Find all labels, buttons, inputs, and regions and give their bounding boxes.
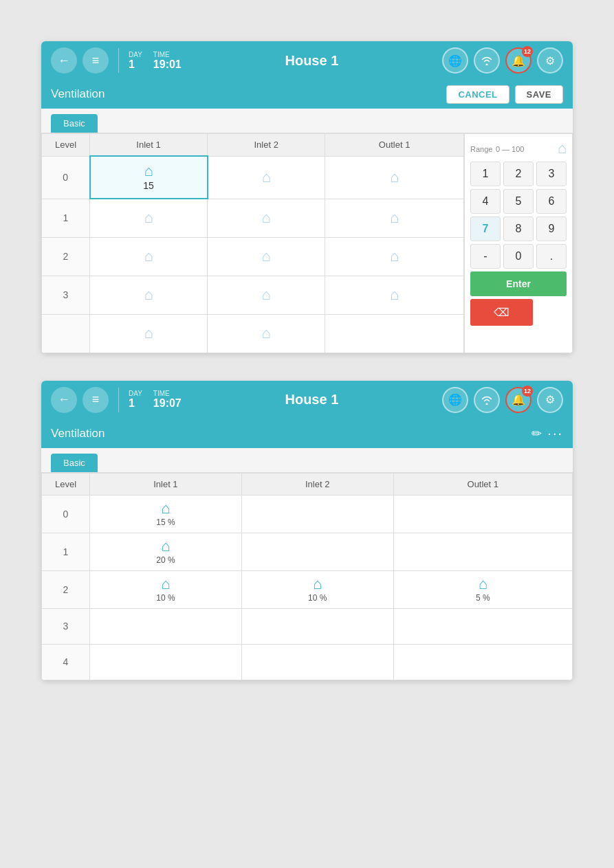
- outlet1-row2-cell[interactable]: ⌂: [325, 237, 464, 276]
- house-icon: ⌂: [97, 577, 234, 592]
- bell-button[interactable]: 🔔 12: [505, 47, 531, 74]
- house-icon: ⌂: [332, 249, 457, 264]
- wifi-button-2[interactable]: [474, 387, 500, 413]
- house-icon: ⌂: [98, 164, 200, 179]
- day-value: 1: [129, 58, 142, 71]
- p2-outlet1-row3[interactable]: [393, 608, 572, 644]
- panel2-sub-header: Ventilation ✏ ···: [41, 419, 573, 448]
- globe-button-2[interactable]: 🌐: [442, 387, 468, 413]
- table-row: 0 ⌂ 15 ⌂ ⌂: [42, 156, 464, 199]
- p2-inlet2-row3[interactable]: [241, 608, 393, 644]
- p2-inlet2-row4[interactable]: [241, 644, 393, 680]
- header-icons: 🌐 🔔 12 ⚙: [442, 47, 563, 74]
- table-row: 1 ⌂ 20 %: [42, 533, 573, 570]
- p2-outlet1-row1[interactable]: [393, 533, 572, 570]
- num-4[interactable]: 4: [470, 189, 501, 214]
- back-button-2[interactable]: ←: [51, 387, 77, 413]
- house-icon: ⌂: [249, 577, 386, 592]
- col-inlet2: Inlet 2: [208, 134, 325, 157]
- num-dash[interactable]: -: [470, 244, 501, 269]
- enter-button[interactable]: Enter: [470, 271, 567, 296]
- p2-inlet1-row1-pct: 20 %: [97, 555, 234, 565]
- num-0[interactable]: 0: [503, 244, 534, 269]
- p2-inlet1-row1[interactable]: ⌂ 20 %: [90, 533, 242, 570]
- outlet1-row4-cell[interactable]: [325, 314, 464, 353]
- header-divider: [118, 48, 119, 73]
- house-icon: ⌂: [97, 210, 200, 225]
- panel2-header: ← ≡ DAY 1 TIME 19:07 House 1 🌐 🔔 12: [41, 381, 573, 419]
- p2-inlet1-row0-pct: 15 %: [97, 518, 234, 527]
- bell-button-2[interactable]: 🔔 12: [505, 387, 531, 413]
- day-label-2: DAY: [129, 390, 142, 397]
- p2-inlet1-row2[interactable]: ⌂ 10 %: [90, 570, 242, 608]
- p2-level-1: 1: [42, 533, 90, 570]
- num-dot[interactable]: .: [536, 244, 567, 269]
- save-button[interactable]: SAVE: [515, 85, 563, 104]
- back-button[interactable]: ←: [51, 47, 77, 74]
- settings-button-2[interactable]: ⚙: [537, 387, 563, 413]
- p2-inlet1-row0[interactable]: ⌂ 15 %: [90, 495, 242, 533]
- panel2-table-wrapper: Level Inlet 1 Inlet 2 Outlet 1 0 ⌂ 15 %: [41, 473, 573, 680]
- more-button[interactable]: ···: [547, 425, 563, 441]
- num-5[interactable]: 5: [503, 189, 534, 214]
- p2-outlet1-row4[interactable]: [393, 644, 572, 680]
- outlet1-row0-cell[interactable]: ⌂: [325, 156, 464, 199]
- header-divider-2: [118, 388, 119, 412]
- inlet1-row3-cell[interactable]: ⌂: [90, 276, 208, 314]
- range-label: Range: [470, 145, 492, 153]
- panel-2: ← ≡ DAY 1 TIME 19:07 House 1 🌐 🔔 12: [41, 381, 573, 680]
- num-2[interactable]: 2: [503, 162, 534, 186]
- p2-outlet1-row2[interactable]: ⌂ 5 %: [393, 570, 572, 608]
- delete-button[interactable]: ⌫: [470, 299, 533, 326]
- inlet2-row0-cell[interactable]: ⌂: [208, 156, 325, 199]
- numpad-house-icon: ⌂: [558, 140, 567, 157]
- day-display: DAY 1: [129, 51, 142, 71]
- num-3[interactable]: 3: [536, 162, 567, 186]
- menu-button[interactable]: ≡: [83, 47, 109, 74]
- table-row: 4: [42, 644, 573, 680]
- inlet1-row2-cell[interactable]: ⌂: [90, 237, 208, 276]
- col-inlet1: Inlet 1: [90, 134, 208, 157]
- level-0: 0: [42, 156, 90, 199]
- p2-inlet1-row2-pct: 10 %: [97, 593, 234, 603]
- tab-basic-2[interactable]: Basic: [51, 454, 98, 472]
- p2-inlet2-row0[interactable]: [241, 495, 393, 533]
- panel2-title: House 1: [187, 392, 437, 408]
- level-2: 2: [42, 237, 90, 276]
- tab-basic[interactable]: Basic: [51, 114, 98, 133]
- num-7[interactable]: 7: [470, 216, 501, 241]
- panel2-tab-bar: Basic: [41, 448, 573, 473]
- p2-inlet1-row3[interactable]: [90, 608, 242, 644]
- num-8[interactable]: 8: [503, 216, 534, 241]
- num-1[interactable]: 1: [470, 162, 501, 186]
- edit-button[interactable]: ✏: [531, 426, 542, 441]
- house-icon: ⌂: [215, 170, 318, 185]
- notification-badge: 12: [522, 46, 533, 57]
- inlet1-row1-cell[interactable]: ⌂: [90, 199, 208, 237]
- p2-inlet1-row4[interactable]: [90, 644, 242, 680]
- inlet2-row2-cell[interactable]: ⌂: [208, 237, 325, 276]
- inlet2-row4-cell[interactable]: ⌂: [208, 314, 325, 353]
- time-display: TIME 19:01: [153, 51, 182, 71]
- num-9[interactable]: 9: [536, 216, 567, 241]
- inlet2-row1-cell[interactable]: ⌂: [208, 199, 325, 237]
- wifi-button[interactable]: [474, 47, 500, 74]
- p2-inlet2-row2[interactable]: ⌂ 10 %: [241, 570, 393, 608]
- outlet1-row1-cell[interactable]: ⌂: [325, 199, 464, 237]
- inlet1-row4-cell[interactable]: ⌂: [90, 314, 208, 353]
- panel2-actions: ✏ ···: [531, 425, 563, 441]
- menu-button-2[interactable]: ≡: [83, 387, 109, 413]
- p2-outlet1-row0[interactable]: [393, 495, 572, 533]
- house-icon: ⌂: [332, 170, 457, 185]
- inlet2-row3-cell[interactable]: ⌂: [208, 276, 325, 314]
- house-icon: ⌂: [215, 287, 318, 302]
- settings-button[interactable]: ⚙: [537, 47, 563, 74]
- col2-inlet2: Inlet 2: [241, 473, 393, 495]
- inlet1-row0-cell[interactable]: ⌂ 15: [90, 156, 208, 199]
- p2-inlet2-row1[interactable]: [241, 533, 393, 570]
- globe-button[interactable]: 🌐: [442, 47, 468, 74]
- p2-level-2: 2: [42, 570, 90, 608]
- cancel-button[interactable]: CANCEL: [446, 85, 509, 104]
- num-6[interactable]: 6: [536, 189, 567, 214]
- outlet1-row3-cell[interactable]: ⌂: [325, 276, 464, 314]
